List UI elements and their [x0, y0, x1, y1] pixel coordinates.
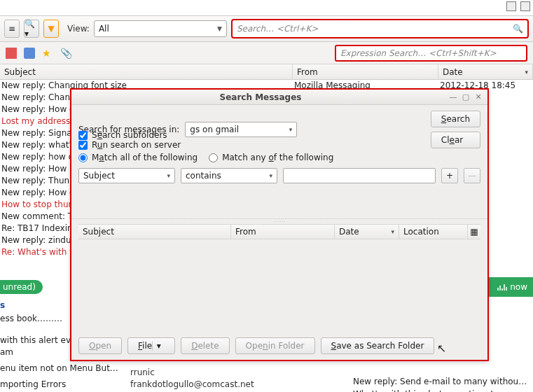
results-header: Subject From Date▾ Location ▦ [78, 224, 480, 239]
dialog-title: Search Messages [76, 92, 445, 102]
radio[interactable] [209, 153, 218, 162]
col-date[interactable]: Date▾ [438, 64, 533, 79]
search-in-combo[interactable]: gs on gmail ▾ [185, 122, 297, 137]
res-col-from[interactable]: From [231, 225, 335, 239]
calendar-icon[interactable] [506, 1, 516, 11]
close-icon[interactable]: ✕ [473, 92, 483, 102]
attachment-icon[interactable]: 📎 [60, 48, 71, 59]
search-button[interactable]: Search [431, 111, 480, 127]
add-criterion-button[interactable]: + [441, 168, 458, 183]
now-label: now [510, 282, 527, 292]
file-button[interactable]: File▾ [127, 337, 175, 354]
save-as-search-folder-button[interactable]: Save as Search Folder [321, 337, 435, 354]
junk-icon[interactable] [6, 48, 17, 59]
star-icon[interactable]: ★ [42, 48, 53, 59]
chevron-down-icon: ▼ [217, 25, 222, 32]
res-col-subject[interactable]: Subject [78, 225, 231, 239]
minimize-icon[interactable]: — [448, 92, 458, 102]
search-placeholder: Search… <Ctrl+K> [237, 24, 318, 34]
radio[interactable] [78, 153, 88, 162]
search-in-value: gs on gmail [190, 125, 239, 134]
global-search[interactable]: Search… <Ctrl+K> 🔍 [231, 19, 529, 38]
column-picker-icon[interactable]: ▦ [468, 225, 480, 239]
clear-button[interactable]: Clear [431, 132, 480, 148]
unread-button[interactable]: unread) [0, 280, 43, 294]
run-on-server-checkbox[interactable]: Run search on server [78, 140, 480, 150]
value-input[interactable] [283, 168, 436, 183]
results-body[interactable] [78, 239, 480, 304]
checkbox[interactable] [78, 131, 88, 140]
criteria-row: Subject▾ contains▾ + — [78, 168, 480, 183]
search-messages-dialog: Search Messages — ▢ ✕ Search for message… [70, 88, 489, 361]
column-headers: Subject From Date▾ [0, 64, 533, 80]
main-toolbar: ≡ 🔍▾ ▼ View: All ▼ Search… <Ctrl+K> 🔍 [0, 15, 533, 42]
chevron-down-icon: ▾ [167, 172, 170, 179]
chevron-down-icon: ▾ [391, 228, 394, 235]
view-select[interactable]: All ▼ [94, 20, 227, 37]
splitter-grip[interactable] [71, 218, 487, 223]
chevron-down-icon: ▾ [525, 69, 528, 76]
col-subject[interactable]: Subject [0, 64, 293, 79]
view-value: All [99, 24, 109, 34]
left-imp[interactable]: mporting Errors [0, 379, 126, 391]
match-any-radio[interactable]: Match any of the following [209, 153, 333, 162]
open-button: Open [78, 337, 122, 354]
dialog-titlebar[interactable]: Search Messages — ▢ ✕ [71, 90, 487, 105]
side-link[interactable]: New reply: Send e-mail to many without s… [353, 375, 527, 388]
chevron-down-icon[interactable]: ▾ [152, 341, 165, 351]
view-label: View: [67, 24, 90, 34]
search-icon[interactable]: 🔍 [513, 24, 523, 34]
expr-placeholder: Expression Search… <Ctrl+Shift+K> [340, 48, 497, 58]
zoom-button[interactable]: 🔍▾ [24, 20, 39, 38]
dialog-footer: Open File▾ Delete Open in Folder Save as… [78, 337, 480, 354]
menu-button[interactable]: ≡ [4, 20, 20, 38]
mid-r2: frankdotlogullo@comcast.net [130, 379, 254, 391]
res-col-date[interactable]: Date▾ [335, 225, 399, 239]
remove-criterion-button: — [464, 168, 480, 183]
field-combo[interactable]: Subject▾ [78, 168, 175, 183]
chevron-down-icon: ▾ [269, 172, 272, 179]
left-menu[interactable]: enu item not on Menu But… [0, 363, 126, 374]
expression-search[interactable]: Expression Search… <Ctrl+Shift+K> [335, 45, 527, 62]
delete-button: Delete [181, 337, 229, 354]
col-from[interactable]: From [293, 64, 438, 79]
chevron-down-icon: ▾ [289, 126, 293, 133]
filter-bar: ★ 📎 Expression Search… <Ctrl+Shift+K> [0, 42, 533, 64]
tasks-icon[interactable] [520, 1, 530, 11]
match-all-radio[interactable]: Match all of the following [78, 153, 198, 162]
tag-icon[interactable] [24, 48, 35, 59]
open-in-folder-button: Open in Folder [235, 337, 315, 354]
mid-r1: rrunic [130, 367, 254, 379]
checkbox[interactable] [78, 141, 88, 150]
res-col-location[interactable]: Location [399, 225, 468, 239]
maximize-icon[interactable]: ▢ [461, 92, 471, 102]
filter-button[interactable]: ▼ [43, 20, 59, 38]
side-link[interactable]: What's with this alert everytime I open … [353, 388, 527, 392]
operator-combo[interactable]: contains▾ [181, 168, 277, 183]
cursor-icon: ↖ [437, 342, 446, 355]
bars-icon [497, 284, 507, 290]
